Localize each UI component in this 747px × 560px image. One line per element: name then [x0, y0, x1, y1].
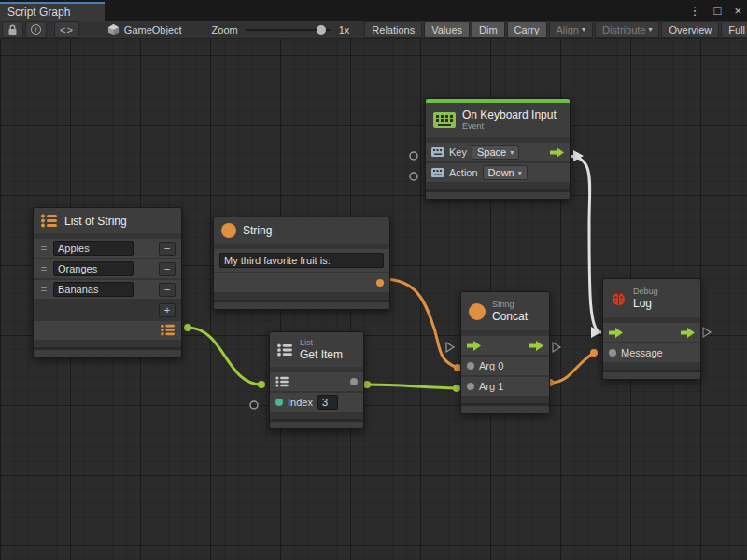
remove-item-button[interactable]: −	[159, 262, 176, 276]
node-footer	[214, 300, 389, 309]
dim-button[interactable]: Dim	[472, 21, 505, 38]
drag-handle-icon[interactable]: =	[39, 243, 49, 254]
node-footer	[603, 370, 700, 379]
node-header[interactable]: List of String	[34, 208, 181, 233]
chevron-down-icon: ▾	[648, 25, 652, 34]
node-title: Log	[633, 297, 658, 310]
node-category: String	[492, 300, 528, 310]
tab-script-graph[interactable]: Script Graph	[0, 2, 105, 21]
item-output-port[interactable]	[350, 378, 358, 385]
node-list-of-string[interactable]: List of String = − = − = − +	[33, 207, 182, 357]
port-empty-flow-in-concat[interactable]	[446, 343, 454, 352]
list-item-row: = −	[34, 259, 181, 278]
lock-button[interactable]	[2, 21, 23, 38]
key-dropdown[interactable]: Space ▾	[472, 145, 519, 160]
string-type-icon	[221, 223, 236, 238]
list-item-input[interactable]	[53, 241, 134, 256]
flow-output-port[interactable]	[550, 147, 564, 158]
drag-handle-icon[interactable]: =	[39, 284, 49, 295]
fullscreen-button[interactable]: Full Screen	[721, 21, 747, 38]
list-input-port-icon[interactable]	[275, 376, 289, 387]
carry-button[interactable]: Carry	[507, 21, 547, 38]
port-empty-flow-out-log[interactable]	[703, 328, 711, 337]
node-on-keyboard-input[interactable]: On Keyboard Input Event Key Space ▾	[425, 98, 571, 200]
list-item-input[interactable]	[53, 282, 134, 297]
port-row-action: Action Down ▾	[426, 163, 570, 182]
index-input[interactable]	[317, 395, 338, 410]
arg1-input-port[interactable]	[467, 383, 474, 390]
arg0-input-port[interactable]	[467, 362, 474, 370]
index-input-port[interactable]	[275, 399, 283, 406]
wire-end-dot	[590, 349, 598, 357]
add-item-button[interactable]: +	[159, 303, 176, 317]
node-body	[214, 244, 389, 300]
zoom-label: Zoom	[212, 24, 238, 35]
code-view-button[interactable]: <>	[54, 21, 79, 38]
node-footer	[426, 189, 570, 199]
drag-handle-icon[interactable]: =	[39, 263, 49, 274]
flow-output-port[interactable]	[681, 328, 695, 338]
node-header[interactable]: On Keyboard Input Event	[426, 103, 570, 137]
node-get-item[interactable]: List Get Item Index	[269, 331, 364, 429]
list-item-input[interactable]	[53, 261, 134, 276]
flow-input-port[interactable]	[609, 328, 623, 338]
window-close-icon[interactable]: ×	[732, 4, 743, 18]
port-empty-key-input[interactable]	[410, 152, 417, 160]
graph-canvas[interactable]: On Keyboard Input Event Key Space ▾	[0, 39, 747, 560]
gameobject-label: GameObject	[124, 24, 182, 35]
message-label: Message	[621, 347, 663, 358]
node-category: Debug	[633, 287, 658, 297]
list-icon	[41, 214, 58, 228]
node-debug-log[interactable]: Debug Log Message	[602, 278, 701, 380]
keyboard-mini-icon	[431, 147, 444, 157]
zoom-slider-knob[interactable]	[317, 25, 326, 35]
wire-concat-to-log[interactable]	[550, 353, 594, 383]
action-dropdown-value: Down	[488, 167, 514, 178]
list-input-row	[270, 372, 363, 391]
info-button[interactable]: i	[25, 21, 47, 38]
key-port-label: Key	[449, 147, 467, 158]
relations-button[interactable]: Relations	[364, 21, 422, 38]
zoom-value: 1x	[339, 24, 350, 35]
wire-end-dot	[363, 381, 371, 388]
gameobject-selector[interactable]: GameObject	[107, 23, 182, 35]
wire-list-to-getitem[interactable]	[188, 328, 261, 385]
remove-item-button[interactable]: −	[159, 242, 176, 256]
message-input-port[interactable]	[609, 349, 616, 357]
node-header[interactable]: String	[214, 217, 389, 244]
string-value-input[interactable]	[219, 253, 384, 268]
string-output-port[interactable]	[376, 279, 384, 287]
port-row-key: Key Space ▾	[426, 143, 570, 161]
align-button[interactable]: Align ▾	[549, 21, 593, 38]
string-value-row	[214, 249, 389, 272]
node-string-literal[interactable]: String	[213, 217, 390, 310]
remove-item-button[interactable]: −	[159, 283, 176, 297]
node-concat[interactable]: String Concat Arg 0 Arg 1	[460, 291, 550, 413]
index-label: Index	[288, 397, 313, 408]
flow-input-port[interactable]	[467, 341, 481, 351]
port-empty-action-input[interactable]	[410, 173, 417, 180]
message-row: Message	[603, 343, 700, 362]
add-item-row: +	[34, 301, 181, 319]
wire-getitem-to-concat[interactable]	[367, 385, 457, 388]
action-dropdown[interactable]: Down ▾	[483, 165, 528, 180]
values-button[interactable]: Values	[424, 21, 470, 38]
node-body: Index	[270, 367, 363, 419]
node-header[interactable]: List Get Item	[270, 332, 363, 367]
port-empty-index-input[interactable]	[250, 401, 258, 409]
string-output-row	[214, 273, 389, 292]
window-menu-icon[interactable]: ⋮	[687, 4, 703, 18]
list-output-port[interactable]	[161, 324, 176, 338]
distribute-button[interactable]: Distribute ▾	[595, 21, 659, 38]
wire-end-dot	[258, 381, 265, 388]
window-maximize-icon[interactable]: □	[712, 4, 724, 18]
zoom-slider[interactable]	[246, 23, 331, 36]
overview-button[interactable]: Overview	[661, 21, 719, 38]
node-footer	[270, 419, 363, 428]
wire-keyboard-to-log[interactable]	[567, 156, 601, 332]
node-header[interactable]: Debug Log	[603, 279, 700, 317]
node-header[interactable]: String Concat	[461, 292, 549, 330]
port-empty-flow-out-concat[interactable]	[553, 343, 560, 352]
flow-output-port[interactable]	[529, 341, 543, 351]
wire-string-to-concat[interactable]	[383, 279, 458, 368]
